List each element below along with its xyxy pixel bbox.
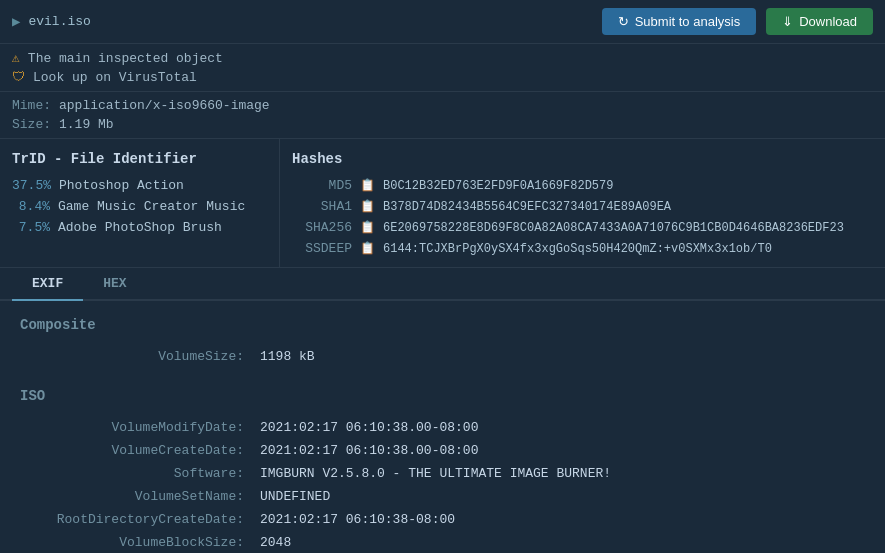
- mime-item: Mime: application/x-iso9660-image: [12, 98, 873, 113]
- kv-row: VolumeBlockSize:2048: [20, 531, 865, 553]
- alert-icon: ⚠: [12, 50, 20, 66]
- hash-label: SHA256: [292, 220, 352, 235]
- kv-value: UNDEFINED: [260, 489, 330, 504]
- hash-row: SHA1 📋 B378D74D82434B5564C9EFC327340174E…: [292, 196, 873, 217]
- size-value: 1.19 Mb: [59, 117, 114, 132]
- trid-pct: 37.5%: [12, 178, 51, 193]
- hash-row: SHA256 📋 6E2069758228E8D69F8C0A82A08CA74…: [292, 217, 873, 238]
- download-button[interactable]: ⇓ Download: [766, 8, 873, 35]
- trid-name: Game Music Creator Music: [58, 199, 245, 214]
- iso-title: ISO: [20, 388, 865, 404]
- kv-key: VolumeSetName:: [20, 489, 260, 504]
- copy-icon[interactable]: 📋: [360, 199, 375, 214]
- filename: evil.iso: [28, 14, 90, 29]
- kv-key: VolumeCreateDate:: [20, 443, 260, 458]
- kv-value: 2021:02:17 06:10:38.00-08:00: [260, 420, 478, 435]
- file-icon: ▶: [12, 13, 20, 30]
- download-icon: ⇓: [782, 14, 793, 29]
- copy-icon[interactable]: 📋: [360, 241, 375, 256]
- kv-value: 2021:02:17 06:10:38.00-08:00: [260, 443, 478, 458]
- iso-fields: VolumeModifyDate:2021:02:17 06:10:38.00-…: [20, 416, 865, 553]
- hash-row: MD5 📋 B0C12B32ED763E2FD9F0A1669F82D579: [292, 175, 873, 196]
- kv-key: VolumeSize:: [20, 349, 260, 364]
- middle-section: TrID - File Identifier 37.5%Photoshop Ac…: [0, 139, 885, 268]
- hash-label: MD5: [292, 178, 352, 193]
- trid-panel: TrID - File Identifier 37.5%Photoshop Ac…: [0, 139, 280, 267]
- kv-value: 2021:02:17 06:10:38-08:00: [260, 512, 455, 527]
- copy-icon[interactable]: 📋: [360, 178, 375, 193]
- tab-hex[interactable]: HEX: [83, 268, 146, 301]
- composite-fields: VolumeSize:1198 kB: [20, 345, 865, 368]
- info-row: ⚠ The main inspected object 🛡 Look up on…: [0, 44, 885, 92]
- lookup-text: Look up on VirusTotal: [33, 70, 197, 85]
- trid-item: 8.4%Game Music Creator Music: [0, 196, 279, 217]
- hash-value: 6144:TCJXBrPgX0ySX4fx3xgGoSqs50H420QmZ:+…: [383, 242, 772, 256]
- hash-value: B378D74D82434B5564C9EFC327340174E89A09EA: [383, 200, 671, 214]
- composite-title: Composite: [20, 317, 865, 333]
- download-label: Download: [799, 14, 857, 29]
- submit-icon: ↻: [618, 14, 629, 29]
- trid-title: TrID - File Identifier: [0, 147, 279, 175]
- alert-item: ⚠ The main inspected object: [12, 50, 873, 66]
- hash-label: SHA1: [292, 199, 352, 214]
- iso-section: ISO VolumeModifyDate:2021:02:17 06:10:38…: [20, 388, 865, 553]
- kv-row: VolumeSize:1198 kB: [20, 345, 865, 368]
- kv-key: VolumeBlockSize:: [20, 535, 260, 550]
- trid-name: Photoshop Action: [59, 178, 184, 193]
- trid-name: Adobe PhotoShop Brush: [58, 220, 222, 235]
- hashes-panel: Hashes MD5 📋 B0C12B32ED763E2FD9F0A1669F8…: [280, 139, 885, 267]
- hash-value: 6E2069758228E8D69F8C0A82A08CA7433A0A7107…: [383, 221, 844, 235]
- composite-section: Composite VolumeSize:1198 kB: [20, 317, 865, 368]
- tab-exif[interactable]: EXIF: [12, 268, 83, 301]
- hash-items: MD5 📋 B0C12B32ED763E2FD9F0A1669F82D579 S…: [292, 175, 873, 259]
- trid-pct: 7.5%: [12, 220, 50, 235]
- submit-button[interactable]: ↻ Submit to analysis: [602, 8, 757, 35]
- shield-icon: 🛡: [12, 70, 25, 85]
- alert-text: The main inspected object: [28, 51, 223, 66]
- kv-row: VolumeCreateDate:2021:02:17 06:10:38.00-…: [20, 439, 865, 462]
- copy-icon[interactable]: 📋: [360, 220, 375, 235]
- size-item: Size: 1.19 Mb: [12, 117, 873, 132]
- tabs-bar: EXIF HEX: [0, 268, 885, 301]
- kv-row: Software:IMGBURN V2.5.8.0 - THE ULTIMATE…: [20, 462, 865, 485]
- kv-value: 2048: [260, 535, 291, 550]
- trid-item: 7.5%Adobe PhotoShop Brush: [0, 217, 279, 238]
- hashes-title: Hashes: [292, 147, 873, 175]
- hash-label: SSDEEP: [292, 241, 352, 256]
- trid-pct: 8.4%: [12, 199, 50, 214]
- kv-key: RootDirectoryCreateDate:: [20, 512, 260, 527]
- hash-row: SSDEEP 📋 6144:TCJXBrPgX0ySX4fx3xgGoSqs50…: [292, 238, 873, 259]
- header-actions: ↻ Submit to analysis ⇓ Download: [602, 8, 873, 35]
- kv-row: RootDirectoryCreateDate:2021:02:17 06:10…: [20, 508, 865, 531]
- meta-row: Mime: application/x-iso9660-image Size: …: [0, 92, 885, 139]
- header: ▶ evil.iso ↻ Submit to analysis ⇓ Downlo…: [0, 0, 885, 44]
- kv-row: VolumeSetName:UNDEFINED: [20, 485, 865, 508]
- header-left: ▶ evil.iso: [12, 13, 91, 30]
- lookup-item[interactable]: 🛡 Look up on VirusTotal: [12, 70, 873, 85]
- kv-key: VolumeModifyDate:: [20, 420, 260, 435]
- trid-items: 37.5%Photoshop Action8.4%Game Music Crea…: [0, 175, 279, 238]
- content-area: Composite VolumeSize:1198 kB ISO VolumeM…: [0, 301, 885, 553]
- hash-value: B0C12B32ED763E2FD9F0A1669F82D579: [383, 179, 613, 193]
- kv-value: IMGBURN V2.5.8.0 - THE ULTIMATE IMAGE BU…: [260, 466, 611, 481]
- kv-value: 1198 kB: [260, 349, 315, 364]
- submit-label: Submit to analysis: [635, 14, 741, 29]
- kv-key: Software:: [20, 466, 260, 481]
- kv-row: VolumeModifyDate:2021:02:17 06:10:38.00-…: [20, 416, 865, 439]
- mime-value: application/x-iso9660-image: [59, 98, 270, 113]
- trid-item: 37.5%Photoshop Action: [0, 175, 279, 196]
- mime-label: Mime:: [12, 98, 51, 113]
- size-label: Size:: [12, 117, 51, 132]
